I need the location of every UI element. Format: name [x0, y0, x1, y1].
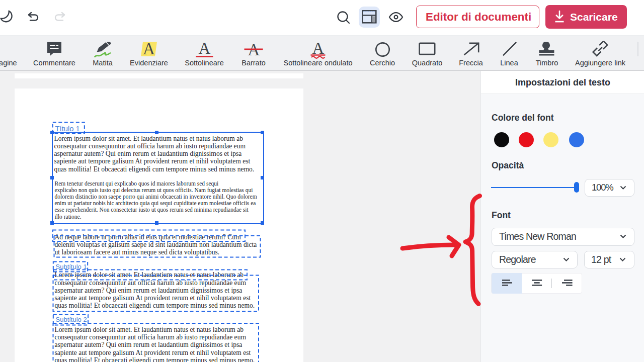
svg-text:A: A — [199, 42, 211, 57]
svg-text:A: A — [248, 42, 260, 59]
svg-text:A: A — [143, 42, 155, 57]
